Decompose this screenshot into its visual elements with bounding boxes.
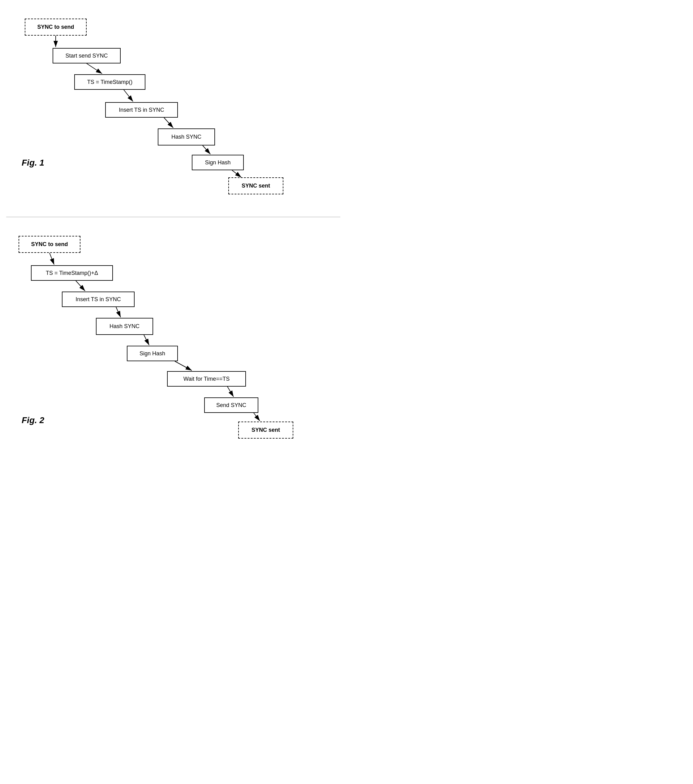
svg-line-9 bbox=[76, 281, 85, 291]
svg-line-8 bbox=[49, 253, 54, 265]
fig2-wait-for-time: Wait for Time==TS bbox=[167, 371, 246, 387]
figure-2: SYNC to send TS = TimeStamp()+Δ Insert T… bbox=[6, 227, 346, 443]
fig1-hash-sync: Hash SYNC bbox=[158, 128, 215, 145]
fig2-sign-hash: Sign Hash bbox=[127, 346, 178, 361]
fig2-sync-sent: SYNC sent bbox=[238, 422, 293, 438]
svg-line-12 bbox=[175, 361, 192, 371]
fig1-sync-to-send: SYNC to send bbox=[25, 18, 87, 36]
svg-line-2 bbox=[87, 63, 102, 74]
diagram-container: SYNC to send Start send SYNC TS = TimeSt… bbox=[0, 0, 346, 450]
fig1-sign-hash: Sign Hash bbox=[192, 155, 244, 170]
fig2-hash-sync: Hash SYNC bbox=[96, 318, 153, 335]
svg-line-13 bbox=[227, 387, 233, 397]
svg-line-5 bbox=[203, 145, 210, 154]
svg-line-14 bbox=[254, 413, 260, 421]
svg-line-10 bbox=[116, 307, 121, 317]
svg-line-11 bbox=[144, 335, 149, 345]
fig1-start-send-sync: Start send SYNC bbox=[53, 48, 121, 63]
fig1-label: Fig. 1 bbox=[21, 158, 44, 168]
svg-line-4 bbox=[164, 118, 173, 128]
fig2-insert-ts-sync: Insert TS in SYNC bbox=[62, 292, 135, 307]
figure-1: SYNC to send Start send SYNC TS = TimeSt… bbox=[6, 6, 346, 192]
divider bbox=[6, 217, 340, 217]
fig1-insert-ts-sync: Insert TS in SYNC bbox=[105, 102, 178, 118]
fig2-sync-to-send: SYNC to send bbox=[18, 236, 80, 253]
fig2-ts-timestamp: TS = TimeStamp()+Δ bbox=[31, 265, 113, 281]
svg-line-6 bbox=[232, 170, 241, 177]
fig2-send-sync: Send SYNC bbox=[204, 397, 258, 413]
fig2-arrows bbox=[6, 227, 346, 443]
fig1-ts-timestamp: TS = TimeStamp() bbox=[74, 74, 145, 90]
fig1-sync-sent: SYNC sent bbox=[228, 177, 283, 194]
fig2-label: Fig. 2 bbox=[21, 415, 44, 425]
svg-line-3 bbox=[124, 90, 133, 102]
